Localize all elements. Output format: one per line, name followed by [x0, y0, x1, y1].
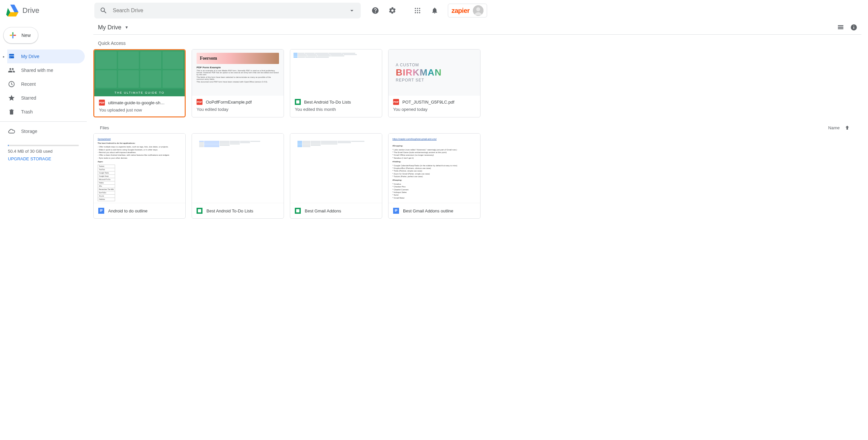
quick-access-row: THE ULTIMATE GUIDE TO PDF ultimate-guide…	[93, 49, 861, 121]
apps-button[interactable]	[410, 3, 426, 19]
file-title: ultimate-guide-to-google-sh…	[108, 100, 164, 105]
thumbnail	[192, 133, 284, 203]
svg-rect-14	[854, 27, 854, 29]
breadcrumb-current: My Drive	[98, 24, 121, 31]
svg-point-2	[419, 8, 421, 9]
user-avatar[interactable]	[473, 5, 484, 16]
search-input[interactable]	[113, 8, 348, 13]
quick-access-card[interactable]: Best Android To-Do Lists You edited this…	[290, 49, 382, 118]
sort-label: Name	[828, 125, 840, 130]
thumbnail	[290, 133, 382, 203]
svg-point-8	[419, 12, 421, 13]
sidebar: New ▸ My Drive Shared with me Recent Sta…	[0, 21, 87, 225]
file-card[interactable]: Best Android To-Do Lists	[192, 133, 284, 219]
svg-point-1	[417, 8, 418, 9]
svg-point-7	[417, 12, 418, 13]
thumbnail: https://zapier.com/blog/best-gmail-add-o…	[389, 133, 480, 203]
svg-point-5	[419, 10, 421, 11]
sheets-icon	[295, 208, 301, 214]
cloud-icon	[8, 128, 15, 135]
avatar-placeholder-icon	[473, 5, 484, 16]
list-view-icon	[837, 24, 844, 31]
quick-access-card[interactable]: A CUSTOM BIRKMAN REPORT SET PDF POT_JUST…	[388, 49, 480, 118]
main-content: My Drive ▼ Quick Access THE ULTIMATE GUI…	[87, 21, 868, 225]
file-subtitle: You edited today	[196, 107, 279, 112]
file-card[interactable]: Best Gmail Addons	[290, 133, 382, 219]
toolbar-row: My Drive ▼	[93, 21, 861, 35]
storage-panel: 50.4 MB of 30 GB used UPGRADE STORAGE	[0, 138, 87, 165]
file-title: Best Android To-Do Lists	[304, 100, 351, 104]
plus-icon	[8, 31, 18, 40]
sidebar-item-storage[interactable]: Storage	[0, 124, 85, 138]
notifications-button[interactable]	[427, 3, 442, 19]
app-title: Drive	[23, 6, 39, 15]
list-view-button[interactable]	[837, 24, 844, 31]
file-title: OoPdfFormExample.pdf	[206, 100, 252, 104]
breadcrumb-dropdown-icon: ▼	[125, 25, 129, 30]
file-card[interactable]: https://zapier.com/blog/best-gmail-add-o…	[388, 133, 480, 219]
search-options-dropdown-icon[interactable]	[348, 7, 355, 14]
sidebar-item-label: Shared with me	[21, 68, 53, 73]
arrow-up-icon	[844, 125, 850, 131]
search-icon	[100, 7, 107, 14]
files-grid: Spreadsheet The best Android to do list …	[93, 133, 861, 225]
settings-button[interactable]	[384, 3, 400, 19]
bell-icon	[431, 7, 438, 14]
new-button[interactable]: New	[3, 27, 38, 43]
file-card[interactable]: Spreadsheet The best Android to do list …	[93, 133, 186, 219]
thumbnail: THE ULTIMATE GUIDE TO	[94, 50, 185, 96]
sidebar-item-label: Starred	[21, 95, 36, 101]
docs-icon	[393, 208, 399, 214]
files-header: Files Name	[93, 121, 861, 133]
zapier-logo-text: zapier	[452, 7, 470, 14]
files-heading: Files	[100, 125, 109, 130]
view-controls	[837, 24, 858, 31]
header-actions: zapier	[367, 3, 487, 19]
shared-icon	[8, 67, 15, 74]
sidebar-item-starred[interactable]: Starred	[0, 91, 85, 105]
expand-my-drive-toggle[interactable]: ▸	[0, 55, 7, 58]
svg-point-0	[415, 8, 416, 9]
file-title: Best Gmail Addons	[305, 209, 341, 213]
thumbnail: Foersom PDF Form Example This is an exam…	[192, 50, 284, 96]
thumbnail-caption: THE ULTIMATE GUIDE TO	[94, 89, 185, 96]
help-button[interactable]	[367, 3, 383, 19]
gear-icon	[389, 7, 396, 14]
file-title: POT_JUSTIN_G5F9LC.pdf	[402, 100, 455, 104]
birkman-line2: BIRKMAN	[396, 67, 480, 78]
file-subtitle: You opened today	[393, 107, 475, 112]
birkman-line1: A CUSTOM	[396, 63, 480, 67]
sidebar-item-my-drive[interactable]: My Drive	[7, 50, 85, 63]
quick-access-heading: Quick Access	[93, 35, 861, 49]
recent-icon	[8, 81, 15, 88]
file-title: Best Android To-Do Lists	[207, 209, 253, 213]
file-title: Android to do outline	[108, 209, 147, 213]
upgrade-storage-link[interactable]: UPGRADE STORAGE	[8, 156, 79, 161]
sidebar-item-recent[interactable]: Recent	[0, 77, 85, 91]
star-icon	[8, 94, 15, 102]
new-button-label: New	[22, 33, 31, 38]
pdf-icon: PDF	[99, 100, 105, 105]
storage-bar-fill	[8, 145, 8, 146]
thumbnail: A CUSTOM BIRKMAN REPORT SET	[389, 50, 480, 96]
svg-point-4	[417, 10, 418, 11]
file-title: Best Gmail Addons outline	[403, 209, 453, 213]
search-bar[interactable]	[94, 3, 361, 19]
breadcrumb[interactable]: My Drive ▼	[98, 24, 129, 31]
sidebar-item-trash[interactable]: Trash	[0, 105, 85, 119]
details-button[interactable]	[850, 24, 858, 31]
quick-access-card[interactable]: THE ULTIMATE GUIDE TO PDF ultimate-guide…	[93, 49, 186, 118]
sidebar-item-label: Trash	[21, 109, 33, 115]
header: Drive zapier	[0, 0, 868, 21]
quick-access-card[interactable]: Foersom PDF Form Example This is an exam…	[192, 49, 284, 118]
sidebar-item-label: My Drive	[21, 54, 39, 59]
logo-area[interactable]: Drive	[5, 5, 94, 17]
sidebar-divider	[0, 121, 87, 122]
zapier-account-chip[interactable]: zapier	[448, 4, 487, 18]
sidebar-item-shared-with-me[interactable]: Shared with me	[0, 63, 85, 77]
thumbnail-brand: Foersom	[196, 53, 279, 64]
help-icon	[371, 7, 379, 14]
sort-control[interactable]: Name	[828, 125, 850, 131]
thumbnail-heading: PDF Form Example	[196, 66, 221, 69]
apps-grid-icon	[414, 7, 421, 14]
